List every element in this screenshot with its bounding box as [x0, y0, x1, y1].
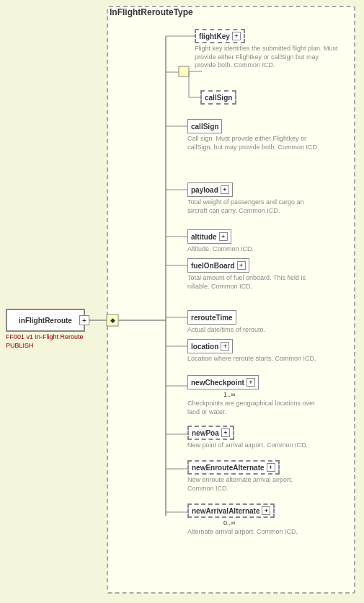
field-altitude-desc: Altitude. Common ICD.	[187, 245, 321, 254]
type-box-label: InFlightRerouteType	[110, 7, 193, 17]
field-newCheckpoint-plus[interactable]: +	[247, 378, 255, 387]
field-newCheckpoint-desc: Checkpoints are geographical locations o…	[187, 400, 321, 416]
newCheckpoint-multiplicity: 1..∞	[223, 391, 235, 398]
field-newPoa-label: newPoa	[192, 429, 219, 437]
field-location-label: location	[191, 343, 218, 351]
field-rerouteTime-desc: Actual date/time of reroute.	[187, 326, 321, 335]
newArrivalAlternate-multiplicity: 0..∞	[223, 519, 235, 527]
field-location-desc: Location where reroute starts. Common IC…	[187, 355, 321, 364]
field-rerouteTime-label: rerouteTime	[191, 314, 233, 322]
field-callSign-dashed-label: callSign	[205, 94, 232, 102]
field-fuelOnBoard-desc: Total amount of fuel onboard. This field…	[187, 274, 321, 291]
field-payload-desc: Total weight of passengers and cargo an …	[187, 198, 321, 215]
diagram-container: InFlightRerouteType ◆	[0, 0, 364, 603]
field-newCheckpoint-label: newCheckpoint	[191, 379, 244, 387]
field-newEnrouteAlternate-plus[interactable]: +	[267, 463, 275, 472]
left-entity-desc: FF001 v1 In-Flight Reroute PUBLISH	[6, 333, 85, 350]
field-flightKey-label: flightKey	[199, 32, 230, 40]
field-callSign-main-desc: Call sign. Must provide either Flightkey…	[187, 135, 321, 151]
left-entity-label: inFlightReroute	[19, 317, 72, 325]
field-altitude-plus[interactable]: +	[219, 232, 228, 241]
field-callSign-main-label: callSign	[191, 123, 218, 131]
field-newArrivalAlternate-plus[interactable]: +	[262, 506, 270, 515]
field-flightKey-desc: Flight key identifies the submitted flig…	[195, 45, 339, 70]
field-newPoa-desc: New point of arrival airport. Common ICD…	[187, 441, 321, 450]
field-location-plus[interactable]: +	[221, 342, 229, 351]
field-fuelOnBoard-plus[interactable]: +	[237, 261, 246, 270]
field-payload-plus[interactable]: +	[221, 185, 229, 194]
field-altitude-label: altitude	[191, 233, 217, 241]
field-payload-label: payload	[191, 186, 218, 194]
field-newArrivalAlternate-desc: Alternate arrival airport. Common ICD.	[187, 528, 321, 537]
left-entity-box[interactable]: inFlightReroute +	[6, 309, 85, 332]
field-fuelOnBoard-label: fuelOnBoard	[191, 262, 235, 270]
field-newEnrouteAlternate-desc: New enroute alternate arrival airport. C…	[187, 476, 321, 493]
left-entity-plus[interactable]: +	[79, 315, 89, 325]
field-flightKey-plus[interactable]: +	[232, 32, 241, 40]
field-newPoa-plus[interactable]: +	[221, 428, 230, 437]
field-newArrivalAlternate-label: newArrivalAlternate	[192, 507, 259, 515]
field-newEnrouteAlternate-label: newEnrouteAlternate	[192, 464, 265, 472]
